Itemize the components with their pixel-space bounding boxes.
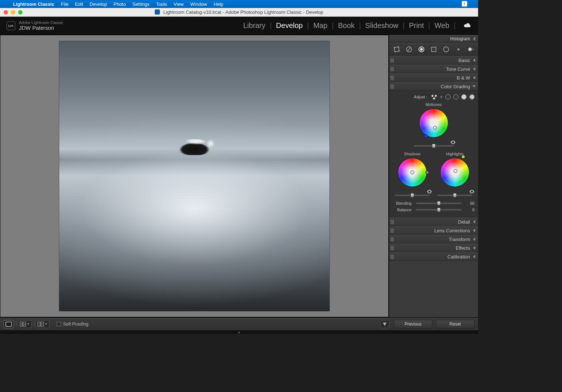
cg-blending-slider[interactable] — [416, 203, 461, 204]
cg-view-global-icon[interactable] — [469, 94, 474, 99]
reset-button[interactable]: Reset — [436, 320, 474, 328]
previous-button[interactable]: Previous — [394, 320, 432, 328]
svg-text:R: R — [21, 323, 23, 326]
menu-photo[interactable]: Photo — [113, 1, 126, 7]
eye-icon[interactable] — [427, 189, 432, 195]
cg-shadows-luminance-slider[interactable] — [395, 195, 430, 196]
cg-midtones-luminance-slider[interactable] — [414, 145, 453, 147]
module-slideshow[interactable]: Slideshow — [365, 21, 398, 30]
before-after-tb-button[interactable]: Y Y ▼ — [36, 320, 49, 328]
module-map[interactable]: Map — [313, 21, 327, 30]
eye-icon[interactable] — [469, 189, 474, 195]
module-library[interactable]: Library — [243, 21, 265, 30]
panel-bw[interactable]: B & W — [389, 73, 478, 82]
toolbar-separator — [16, 321, 16, 327]
menu-develop[interactable]: Develop — [90, 1, 107, 7]
svg-text:Y: Y — [42, 323, 44, 326]
cg-view-highlights-icon[interactable] — [461, 94, 466, 99]
menu-tools[interactable]: Tools — [156, 1, 167, 7]
soft-proofing-label: Soft Proofing — [63, 322, 88, 327]
toolbar-separator — [34, 321, 34, 327]
color-grading-panel: Adjust : Midtones — [389, 91, 478, 217]
menu-edit[interactable]: Edit — [75, 1, 83, 7]
cg-shadows-label: Shadows — [393, 152, 432, 156]
cg-view-shadows-icon[interactable] — [445, 94, 450, 99]
panel-switch-icon[interactable] — [391, 58, 394, 62]
window-title: Lightroom Catalog-v10.lrcat - Adobe Phot… — [163, 9, 323, 15]
module-develop[interactable]: Develop — [276, 21, 303, 30]
panel-switch-icon[interactable] — [391, 229, 394, 233]
app-window: Lightroom Catalog-v10.lrcat - Adobe Phot… — [0, 8, 478, 334]
panel-switch-icon[interactable] — [391, 255, 394, 259]
notification-badge-icon[interactable]: ! — [462, 1, 467, 7]
menu-help[interactable]: Help — [214, 1, 223, 7]
cg-blending-value[interactable]: 50 — [466, 201, 474, 205]
menu-window[interactable]: Window — [190, 1, 207, 7]
cg-highlights-label: Highlights — [435, 152, 474, 156]
spot-removal-icon[interactable] — [405, 45, 413, 53]
sync-cloud-icon[interactable] — [464, 21, 472, 30]
panel-switch-icon[interactable] — [391, 85, 394, 89]
panel-switch-icon[interactable] — [391, 246, 394, 250]
checkbox-icon[interactable] — [57, 322, 61, 326]
loupe-view-button[interactable] — [4, 320, 14, 328]
graduated-filter-icon[interactable] — [430, 45, 438, 53]
svg-rect-0 — [395, 47, 399, 52]
panel-expand-icon — [472, 85, 476, 87]
soft-proofing-toggle[interactable]: Soft Proofing — [57, 322, 88, 327]
cg-view-three-way-icon[interactable] — [431, 94, 437, 99]
panel-transform[interactable]: Transform — [389, 235, 478, 244]
menu-file[interactable]: File — [61, 1, 68, 7]
panel-effects-label: Effects — [456, 245, 470, 251]
panel-switch-icon[interactable] — [391, 220, 394, 224]
red-eye-icon[interactable] — [417, 45, 425, 53]
radial-filter-icon[interactable] — [442, 45, 450, 53]
cg-highlights-luminance-slider[interactable] — [437, 195, 472, 196]
menu-view[interactable]: View — [174, 1, 184, 7]
panel-calibration[interactable]: Calibration — [389, 252, 478, 261]
mac-menu-bar: Lightroom Classic File Edit Develop Phot… — [0, 0, 478, 8]
panel-basic[interactable]: Basic — [389, 56, 478, 65]
filmstrip-expand-icon[interactable]: ▲ — [0, 330, 478, 334]
panel-collapse-icon — [473, 255, 475, 258]
loupe-view[interactable] — [0, 35, 389, 317]
module-print[interactable]: Print — [409, 21, 424, 30]
panel-lens-label: Lens Corrections — [434, 228, 470, 233]
app-menu[interactable]: Lightroom Classic — [13, 1, 54, 7]
panel-collapse-icon — [473, 220, 475, 224]
panel-collapse-icon — [473, 58, 475, 62]
panel-effects[interactable]: Effects — [389, 244, 478, 252]
panel-detail-label: Detail — [458, 219, 470, 225]
panel-switch-icon[interactable] — [391, 76, 394, 80]
cg-midtones-wheel[interactable] — [420, 109, 448, 137]
panel-tone-curve[interactable]: Tone Curve — [389, 65, 478, 73]
before-after-lr-button[interactable]: R A ▼ — [18, 320, 32, 328]
svg-rect-4 — [432, 47, 436, 52]
product-line: Adobe Lightroom Classic — [19, 20, 63, 25]
crop-tool-icon[interactable] — [393, 45, 401, 53]
mask-amount-slider[interactable] — [468, 49, 474, 50]
cg-balance-value[interactable]: 0 — [466, 208, 474, 212]
window-titlebar: Lightroom Catalog-v10.lrcat - Adobe Phot… — [0, 8, 478, 17]
panel-color-grading[interactable]: Color Grading — [389, 82, 478, 91]
toolbar-options-button[interactable]: ▼ — [380, 320, 389, 328]
panel-switch-icon[interactable] — [391, 237, 394, 241]
cg-shadows-wheel[interactable] — [398, 158, 426, 187]
panel-histogram-label: Histogram — [450, 36, 470, 41]
panel-detail[interactable]: Detail — [389, 217, 478, 226]
panel-calibration-label: Calibration — [448, 254, 470, 260]
eye-icon[interactable] — [450, 140, 456, 145]
cg-highlights-wheel[interactable] — [441, 158, 469, 187]
menu-settings[interactable]: Settings — [132, 1, 149, 7]
cg-balance-slider[interactable] — [416, 209, 461, 211]
module-web[interactable]: Web — [434, 21, 449, 30]
cg-view-midtones-icon[interactable] — [453, 94, 458, 99]
module-book[interactable]: Book — [338, 21, 355, 30]
panel-lens-corrections[interactable]: Lens Corrections — [389, 226, 478, 235]
cg-adjust-label: Adjust : — [414, 95, 427, 99]
adjustment-brush-icon[interactable] — [454, 45, 462, 53]
panel-switch-icon[interactable] — [391, 67, 394, 71]
panel-histogram[interactable]: Histogram — [389, 35, 478, 43]
svg-point-3 — [420, 48, 422, 50]
panel-tone-curve-label: Tone Curve — [446, 66, 470, 72]
